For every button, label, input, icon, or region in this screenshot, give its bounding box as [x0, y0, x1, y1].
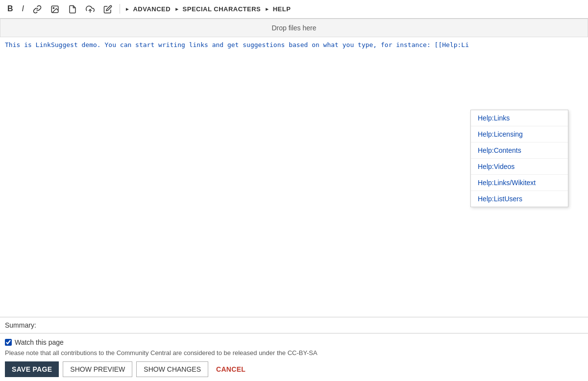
- bold-icon[interactable]: B: [5, 3, 16, 15]
- autocomplete-item-5[interactable]: Help:ListUsers: [471, 191, 568, 207]
- cancel-button[interactable]: CANCEL: [212, 362, 249, 377]
- notice-text: Please note that all contributions to th…: [5, 349, 583, 357]
- help-menu[interactable]: ► HELP: [265, 5, 291, 13]
- special-chars-menu[interactable]: ► SPECIAL CHARACTERS: [174, 5, 261, 13]
- special-chars-label: SPECIAL CHARACTERS: [183, 5, 261, 13]
- watch-row: Watch this page: [5, 338, 583, 346]
- editor-container: B I: [0, 0, 588, 381]
- file-icon[interactable]: [66, 3, 79, 15]
- action-buttons: SAVE PAGE SHOW PREVIEW SHOW CHANGES CANC…: [5, 361, 583, 377]
- summary-label: Summary:: [5, 321, 36, 329]
- autocomplete-item-3[interactable]: Help:Videos: [471, 159, 568, 175]
- link-icon[interactable]: [30, 3, 44, 15]
- save-button[interactable]: SAVE PAGE: [5, 361, 59, 377]
- svg-point-1: [53, 7, 54, 8]
- special-chars-arrow: ►: [174, 6, 179, 12]
- drop-zone-label: Drop files here: [271, 24, 316, 32]
- autocomplete-item-1[interactable]: Help:Licensing: [471, 126, 568, 143]
- italic-icon[interactable]: I: [20, 3, 26, 15]
- watch-checkbox[interactable]: [5, 339, 12, 346]
- editor-wrapper: Help:Links Help:Licensing Help:Contents …: [0, 37, 588, 317]
- drop-zone[interactable]: Drop files here: [0, 19, 588, 37]
- autocomplete-item-0[interactable]: Help:Links: [471, 110, 568, 126]
- toolbar-divider-1: [120, 4, 120, 14]
- image-icon[interactable]: [48, 3, 62, 15]
- advanced-label: ADVANCED: [133, 5, 171, 13]
- toolbar: B I: [0, 0, 588, 19]
- autocomplete-dropdown: Help:Links Help:Licensing Help:Contents …: [470, 110, 568, 207]
- autocomplete-item-2[interactable]: Help:Contents: [471, 143, 568, 159]
- autocomplete-item-4[interactable]: Help:Links/Wikitext: [471, 175, 568, 191]
- pencil-icon[interactable]: [101, 3, 115, 15]
- footer: Watch this page Please note that all con…: [0, 333, 588, 381]
- upload-icon[interactable]: [83, 3, 97, 15]
- summary-section: Summary:: [0, 317, 588, 333]
- advanced-menu[interactable]: ► ADVANCED: [125, 5, 171, 13]
- advanced-arrow: ►: [125, 6, 130, 12]
- help-label: HELP: [273, 5, 291, 13]
- preview-button[interactable]: SHOW PREVIEW: [63, 361, 132, 377]
- watch-label: Watch this page: [15, 338, 64, 346]
- changes-button[interactable]: SHOW CHANGES: [136, 361, 208, 377]
- help-arrow: ►: [265, 6, 270, 12]
